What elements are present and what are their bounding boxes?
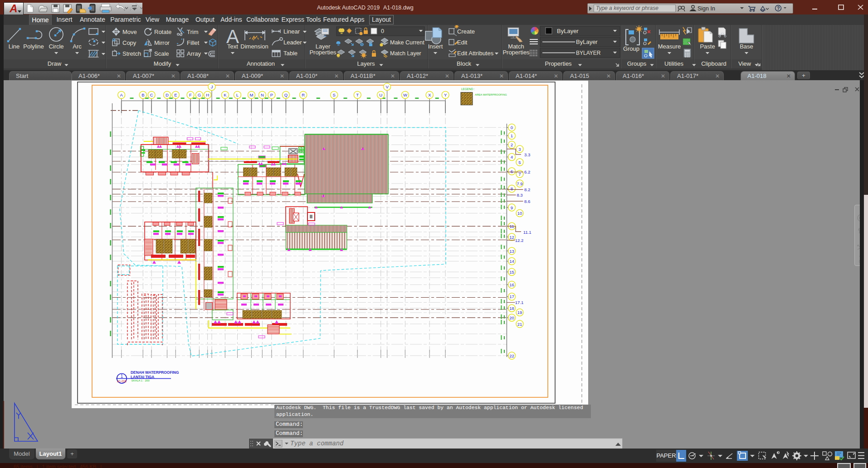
svg-text:10: 10 (517, 211, 522, 216)
svg-text:Properties: Properties (545, 60, 572, 67)
svg-text:15: 15 (509, 270, 514, 275)
svg-text:5: 5 (518, 160, 521, 165)
svg-text:C: C (150, 92, 153, 97)
svg-text:K: K (224, 92, 227, 97)
svg-text:Clipboard: Clipboard (701, 60, 727, 67)
svg-text:DENAH WATERPROOFING: DENAH WATERPROOFING (131, 370, 179, 375)
svg-text:17.1: 17.1 (515, 300, 524, 305)
svg-text:18: 18 (509, 306, 514, 311)
svg-text:Copy: Copy (122, 39, 137, 46)
svg-text:J: J (211, 84, 213, 89)
svg-text:ByLayer: ByLayer (576, 39, 598, 45)
svg-text:11.1: 11.1 (523, 230, 532, 235)
svg-text:Array: Array (187, 50, 201, 57)
svg-text:AREA WATERPROOFING: AREA WATERPROOFING (475, 93, 507, 96)
svg-text:Move: Move (122, 29, 137, 35)
svg-text:20: 20 (509, 315, 514, 320)
svg-text:0: 0 (511, 125, 513, 130)
svg-text:Y: Y (444, 92, 447, 97)
svg-text:9: 9 (511, 205, 513, 210)
svg-text:8.3: 8.3 (517, 193, 522, 198)
svg-text:F: F (189, 92, 192, 97)
svg-text:P: P (270, 92, 273, 97)
svg-text:SKALA 1 : 200: SKALA 1 : 200 (132, 379, 150, 382)
svg-text:Line: Line (9, 43, 20, 50)
svg-text:22: 22 (509, 353, 514, 358)
svg-text:Groups: Groups (627, 60, 647, 67)
svg-text:G: G (198, 92, 201, 97)
svg-text:BYLAYER: BYLAYER (576, 50, 601, 56)
svg-text:Table: Table (283, 50, 297, 57)
svg-text:V: V (385, 84, 389, 89)
svg-text:Create: Create (457, 28, 475, 35)
svg-text:Fillet: Fillet (187, 39, 200, 46)
svg-text:T: T (356, 92, 359, 97)
svg-text:8.2: 8.2 (524, 187, 530, 192)
svg-text:21: 21 (517, 322, 522, 327)
svg-text:Stretch: Stretch (122, 50, 141, 57)
svg-text:Insert: Insert (428, 43, 443, 50)
svg-text:3.3: 3.3 (524, 152, 530, 157)
svg-text:Layers: Layers (357, 60, 375, 67)
svg-text:Polyline: Polyline (23, 43, 44, 50)
svg-text:Dimension: Dimension (240, 43, 268, 50)
svg-text:Circle: Circle (49, 43, 63, 50)
svg-text:Utilities: Utilities (664, 60, 683, 67)
svg-text:8: 8 (511, 186, 513, 191)
svg-text:U: U (379, 92, 382, 97)
svg-text:D: D (166, 92, 169, 97)
svg-text:19: 19 (517, 310, 522, 315)
svg-text:Measure: Measure (658, 43, 681, 50)
svg-text:Edit: Edit (457, 39, 468, 46)
svg-text:3: 3 (518, 147, 521, 152)
svg-text:Text: Text (227, 43, 238, 50)
svg-text:Leader: Leader (283, 39, 302, 46)
svg-text:Scale: Scale (154, 50, 169, 57)
svg-text:W: W (403, 92, 407, 97)
svg-text:7: 7 (518, 172, 521, 177)
svg-text:B: B (141, 92, 144, 97)
svg-text:?: ? (777, 5, 780, 11)
svg-text:6.2: 6.2 (524, 169, 530, 174)
svg-text:7.9: 7.9 (517, 181, 522, 186)
svg-text:M: M (250, 92, 254, 97)
svg-text:1: 1 (121, 374, 123, 379)
svg-text:S: S (333, 92, 336, 97)
svg-text:X: X (428, 92, 431, 97)
svg-text:E: E (174, 92, 177, 97)
svg-text:6: 6 (511, 169, 513, 174)
svg-text:Q: Q (284, 92, 288, 97)
svg-text:16: 16 (509, 282, 514, 287)
svg-text:17: 17 (509, 294, 514, 299)
svg-text:Make Current: Make Current (390, 39, 424, 46)
svg-text:Match Layer: Match Layer (390, 50, 421, 57)
svg-text:Linear: Linear (283, 28, 300, 35)
svg-text:12.2: 12.2 (515, 238, 524, 243)
svg-text:A: A (120, 92, 123, 97)
svg-text:Mirror: Mirror (154, 39, 170, 46)
svg-text:N: N (261, 92, 264, 97)
svg-text:8.6: 8.6 (524, 199, 530, 204)
svg-text:14: 14 (509, 259, 514, 264)
svg-text:Block: Block (457, 60, 471, 67)
svg-text:View: View (738, 60, 751, 67)
svg-text:0: 0 (381, 28, 384, 34)
svg-text:Arc: Arc (73, 43, 82, 50)
svg-text:2: 2 (511, 142, 513, 147)
svg-text:H: H (206, 92, 209, 97)
svg-text:Paste: Paste (700, 43, 715, 50)
svg-text:ByLayer: ByLayer (557, 28, 579, 34)
svg-text:13: 13 (509, 249, 514, 254)
svg-text:Rotate: Rotate (154, 29, 171, 35)
svg-text:Trim: Trim (187, 29, 199, 35)
svg-text:A1-018: A1-018 (117, 380, 127, 383)
svg-text:Draw: Draw (48, 60, 62, 67)
svg-text:Base: Base (740, 43, 753, 50)
svg-text:Annotation: Annotation (247, 60, 275, 67)
svg-text:Properties: Properties (502, 49, 530, 56)
svg-text:Sign In: Sign In (697, 5, 715, 12)
svg-text:LEGEND :: LEGEND : (461, 87, 475, 91)
svg-text:Modify: Modify (154, 60, 171, 67)
svg-text:Properties: Properties (309, 49, 336, 56)
svg-text:1: 1 (511, 133, 513, 138)
